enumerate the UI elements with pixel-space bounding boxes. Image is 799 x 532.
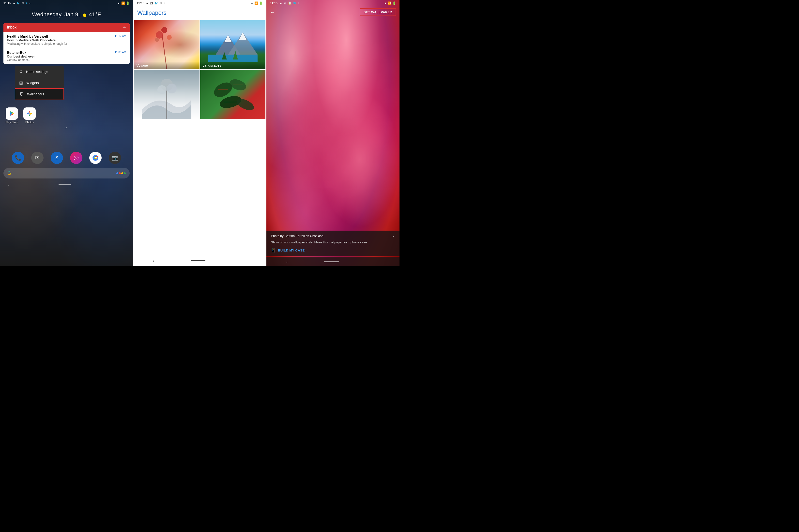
home-indicator-p3[interactable] [324,261,339,262]
back-button-p1[interactable]: ‹ [7,183,8,187]
note-icon-p3: 📋 [288,1,292,5]
wallpaper-landscapes[interactable]: Landscapes [200,20,266,69]
back-button-nav-p3[interactable]: ‹ [286,259,288,265]
dot-red [119,172,121,174]
status-bar-panel1: 11:15 ☁ 🐦 ✉ 🐦 • ▲ 📶 🔋 [0,0,133,6]
mail-icon: ✉ [22,2,24,5]
menu-widgets-label: Widgets [26,81,39,85]
back-button-p3[interactable]: ← [270,10,275,15]
home-screen-panel: 11:15 ☁ 🐦 ✉ 🐦 • ▲ 📶 🔋 Wednesday, Jan 9 |… [0,0,133,266]
cloud-icon-p3: ☁ [279,1,282,5]
phone-case-icon: 📱 [271,248,276,253]
preview-header: ← SET WALLPAPER [266,6,400,18]
back-button-p2[interactable]: ‹ [153,258,155,264]
dock-spiral[interactable]: @ [70,152,82,164]
dock-messages[interactable]: ✉ [31,152,43,164]
menu-widgets[interactable]: ▦ Widgets [15,77,64,88]
app-playstore[interactable]: Play Store [4,108,19,124]
status-right-p2: ▲ 📶 🔋 [250,1,263,5]
bottom-dock: 📞 ✉ S @ 📷 [3,150,130,166]
twitter2-icon: 🐦 [25,2,28,4]
playstore-label: Play Store [6,121,18,124]
email-sender-2: ButcherBox [7,51,126,55]
inbox-title: Inbox [7,25,17,30]
dock-camera[interactable]: 📷 [109,152,121,164]
voyage-label: Voyage [134,61,200,69]
cloud-icon-p2: ☁ [146,1,149,5]
svg-point-17 [157,85,166,94]
edit-icon[interactable]: ✏ [123,25,126,29]
email-item-1[interactable]: 11:12 AM Healthy Mind by Verywell How to… [3,32,130,48]
dock-chrome[interactable] [89,152,101,164]
nav-bar-panel2: ‹ [133,255,266,266]
set-wallpaper-button[interactable]: SET WALLPAPER [360,8,396,16]
grey-thumbnail [134,70,200,119]
build-case-button[interactable]: 📱 BUILD MY CASE [271,248,395,253]
menu-wallpapers[interactable]: 🖼 Wallpapers [15,88,64,100]
status-left-p2: 11:15 ☁ 🖼 🐦 ✉ • [137,1,165,5]
battery-icon-p3: 🔋 [392,1,396,5]
google-dots [116,172,126,174]
wallpaper-icon: 🖼 [20,92,24,96]
time-p2: 11:15 [137,1,144,5]
email-preview-2: Get $57 of meat... [7,58,126,62]
leaves-svg [200,70,266,119]
app-photos[interactable]: Photos [22,108,37,124]
status-bar-right: ▲ 📶 🔋 [117,1,130,5]
dock-skype[interactable]: S [51,152,63,164]
home-indicator-p1[interactable] [58,184,71,185]
status-bar-panel3: 11:15 ☁ 🖼 📋 🐦 • ▲ 📶 🔋 [266,0,400,6]
date-text: Wednesday, Jan 9 [32,11,78,17]
spiral-icon: @ [74,155,79,161]
widgets-icon: ▦ [19,80,23,85]
signal-icon-p2: 📶 [254,1,258,5]
cloud-icon: ☁ [13,2,15,5]
chevron-down-icon[interactable]: ⌄ [392,234,395,238]
chevron-up[interactable]: ∧ [0,126,133,130]
context-menu[interactable]: ⚙ Home settings ▦ Widgets 🖼 Wallpapers [15,66,64,100]
svg-point-5 [161,27,167,33]
dot-blue [116,172,118,174]
dot-icon-p2: • [164,1,165,5]
wallpaper-info-panel: Photo by Catrina Farrell on Unsplash ⌄ S… [266,231,400,256]
wallpapers-title: Wallpapers [137,10,167,16]
email-time-2: 11:05 AM [115,51,126,54]
email-item-2[interactable]: 11:05 AM ButcherBox Our best deal ever G… [3,48,130,64]
dot-icon: • [30,2,31,5]
svg-marker-11 [239,33,246,40]
twitter-icon: 🐦 [17,2,20,5]
wallpaper-leaves[interactable] [200,70,266,119]
search-bar[interactable]: G [3,168,130,178]
dock-phone[interactable]: 📞 [12,152,24,164]
gear-icon: ⚙ [19,69,23,74]
date-weather-widget: Wednesday, Jan 9 | 41°F [0,6,133,21]
time-display: 11:15 [3,1,11,5]
wallpaper-grey[interactable] [134,70,200,119]
image-icon-p3: 🖼 [283,1,286,5]
leaves-thumbnail [200,70,266,119]
menu-home-settings[interactable]: ⚙ Home settings [15,66,64,77]
photos-label: Photos [25,121,34,124]
photo-credit-text: Photo by Catrina Farrell on Unsplash [271,234,323,238]
email-time-1: 11:12 AM [115,34,126,37]
wallpapers-header: Wallpapers [133,6,266,20]
svg-point-6 [167,35,172,40]
wallpaper-voyage[interactable]: Voyage [134,20,200,69]
nav-bar-panel3: ‹ [266,258,400,266]
home-indicator-p2[interactable] [191,260,205,261]
email-widget[interactable]: Inbox ✏ 11:12 AM Healthy Mind by Verywel… [3,23,130,64]
phone-icon: 📞 [15,155,21,161]
menu-home-settings-label: Home settings [26,70,48,74]
wallpaper-preview-panel: 11:15 ☁ 🖼 📋 🐦 • ▲ 📶 🔋 ← SET WALLPAPER Ph… [266,0,400,266]
svg-rect-12 [208,55,257,62]
twitter-icon-p3: 🐦 [293,1,297,5]
dot-green [124,172,126,174]
temperature-text: 41°F [89,11,101,17]
wallpapers-panel: 11:15 ☁ 🖼 🐦 ✉ • ▲ 📶 🔋 Wallpapers [133,0,267,266]
dot-yellow [121,172,123,174]
twitter-icon-p2: 🐦 [154,1,158,5]
dot-icon-p3: • [298,1,299,5]
grey-svg [134,70,200,119]
email-subject-1: How to Meditate With Chocolate [7,38,126,42]
wifi-icon: ▲ [117,1,120,5]
